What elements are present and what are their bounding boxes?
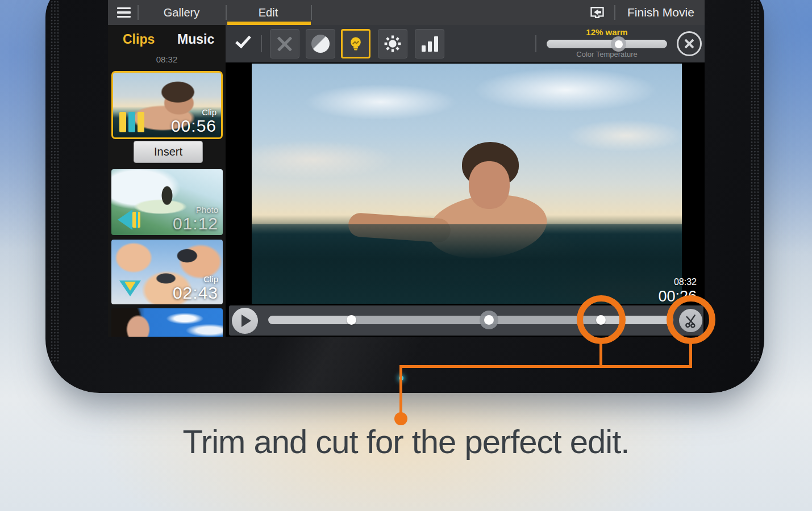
playhead-handle[interactable]: [480, 311, 498, 329]
insert-button-label: Insert: [154, 145, 182, 158]
pause-stripes-icon: [119, 112, 144, 132]
sidebar-tab-clips[interactable]: Clips: [123, 32, 155, 47]
clip-kind-label: Clip: [173, 275, 218, 283]
clip-duration-label: 00:56: [171, 118, 216, 135]
annotation-ring-scissors: [667, 295, 715, 344]
cast-screen-icon[interactable]: [589, 5, 606, 20]
divider: [226, 5, 227, 20]
tab-edit-label: Edit: [259, 6, 278, 19]
transition-down-icon: [118, 279, 143, 299]
x-icon: [276, 35, 294, 53]
bar-levels-icon: [422, 36, 438, 52]
annotation-line: [399, 365, 692, 368]
color-temperature-button[interactable]: [341, 29, 370, 58]
clip-thumbnail-3[interactable]: Clip 02:43: [111, 240, 223, 304]
timeline-track-middle[interactable]: [351, 316, 601, 324]
video-preview[interactable]: 08:32 00:26: [226, 62, 705, 305]
finish-movie-label: Finish Movie: [627, 6, 694, 19]
clips-sidebar: Clips Music 08:32 Clip 00:56 Insert: [108, 25, 226, 337]
clip-duration-label: 02:43: [173, 284, 218, 301]
clip-thumbnail-4[interactable]: [111, 308, 223, 337]
clip-thumbnail-2[interactable]: Photo 01:12: [111, 169, 223, 235]
speaker-grille-left-icon: [50, 0, 60, 363]
divider: [261, 35, 262, 52]
slider-name-label: Color Temperature: [535, 50, 678, 58]
insert-button[interactable]: Insert: [134, 141, 203, 163]
screenshot-canvas: Gallery Edit Finish Movie Clips Music 08…: [0, 0, 812, 511]
contrast-button[interactable]: [306, 29, 335, 58]
transition-left-icon: [118, 210, 143, 230]
adjust-toolbar: 12% warm Color Temperature: [226, 25, 705, 62]
divider: [138, 5, 139, 20]
close-adjust-button[interactable]: [677, 31, 702, 56]
annotation-dot: [394, 412, 407, 425]
check-icon[interactable]: [235, 32, 251, 49]
total-duration-label: 08:32: [108, 55, 226, 64]
speaker-grille-right-icon: [750, 0, 760, 363]
brightness-button[interactable]: [378, 29, 407, 58]
annotation-line: [399, 365, 402, 415]
clip-kind-label: Photo: [173, 206, 218, 214]
clip-thumbnail-1[interactable]: Clip 00:56: [111, 71, 223, 139]
clip-kind-label: Clip: [171, 108, 216, 116]
tab-gallery[interactable]: Gallery: [143, 0, 220, 25]
slider-value-label: 12% warm: [547, 27, 667, 37]
menu-icon[interactable]: [117, 7, 131, 18]
contrast-circle-icon: [311, 35, 330, 53]
tab-gallery-label: Gallery: [164, 6, 199, 19]
annotation-ring-trim-handle: [577, 295, 626, 344]
lightbulb-icon: [347, 35, 365, 53]
finish-movie-button[interactable]: Finish Movie: [627, 0, 694, 25]
trim-handle-start[interactable]: [347, 315, 356, 325]
caption-text: Trim and cut for the perfect edit.: [0, 422, 812, 460]
color-temperature-slider[interactable]: [547, 40, 667, 48]
slider-thumb[interactable]: [611, 36, 626, 52]
play-button[interactable]: [232, 308, 258, 334]
preview-frame-image: [252, 64, 682, 304]
levels-button[interactable]: [415, 29, 444, 58]
edit-pane: 12% warm Color Temperature 08:32 00:26: [226, 25, 705, 337]
water-overlay: [252, 224, 682, 304]
subject-face: [469, 161, 510, 209]
annotation-line: [599, 343, 602, 366]
clip-duration-label: 01:12: [173, 215, 218, 232]
top-bar: Gallery Edit Finish Movie: [108, 0, 705, 25]
play-icon: [241, 315, 251, 327]
movie-duration-overlay: 08:32: [674, 278, 697, 287]
cancel-button[interactable]: [270, 29, 299, 58]
sun-icon: [384, 35, 402, 53]
timeline-track-left[interactable]: [268, 316, 351, 324]
divider: [311, 5, 312, 20]
sidebar-tab-music[interactable]: Music: [177, 32, 214, 47]
divider: [614, 5, 615, 20]
annotation-line: [689, 343, 692, 366]
trim-timeline: [229, 305, 703, 336]
app-screen: Gallery Edit Finish Movie Clips Music 08…: [108, 0, 705, 337]
